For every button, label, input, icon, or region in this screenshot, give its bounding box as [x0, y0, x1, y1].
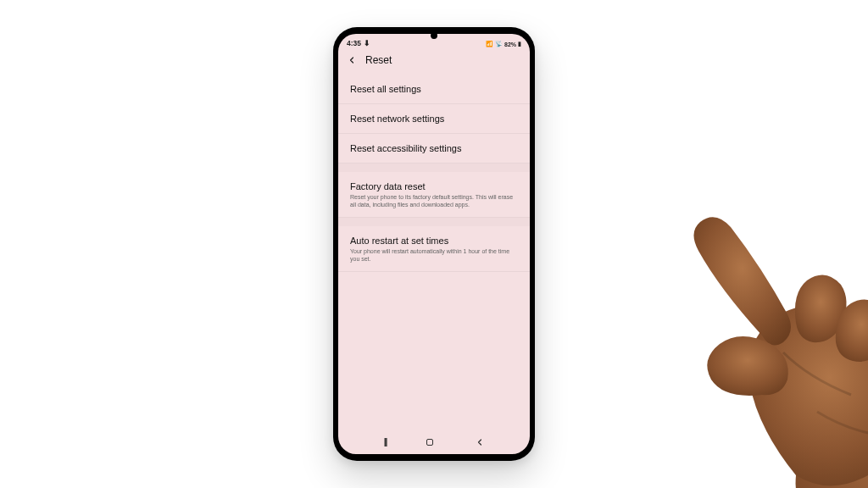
battery-icon: ▮	[518, 41, 521, 47]
camera-punch	[431, 32, 437, 39]
section-divider	[338, 164, 530, 172]
item-reset-all-settings[interactable]: Reset all settings	[338, 75, 530, 104]
settings-list: Reset all settings Reset network setting…	[338, 75, 530, 430]
svg-rect-0	[427, 440, 433, 446]
page-title: Reset	[365, 54, 392, 66]
nav-back-icon[interactable]	[475, 437, 485, 447]
screen: 4:35 ⬇ 📶 📡 82% ▮ Reset Reset all setting…	[338, 34, 530, 454]
battery-percent: 82%	[504, 42, 516, 47]
nav-home-icon[interactable]	[425, 437, 435, 447]
page-header: Reset	[338, 49, 530, 75]
item-title: Reset all settings	[350, 84, 518, 94]
item-title: Reset accessibility settings	[350, 143, 518, 153]
section-divider	[338, 218, 530, 226]
item-reset-accessibility-settings[interactable]: Reset accessibility settings	[338, 134, 530, 164]
navigation-bar: III	[338, 430, 530, 454]
item-title: Reset network settings	[350, 114, 518, 124]
back-icon[interactable]	[347, 55, 357, 65]
nav-recents-icon[interactable]: III	[383, 435, 386, 449]
item-reset-network-settings[interactable]: Reset network settings	[338, 104, 530, 134]
phone-frame: 4:35 ⬇ 📶 📡 82% ▮ Reset Reset all setting…	[333, 27, 535, 461]
status-time: 4:35	[347, 39, 361, 47]
signal-icon: 📡	[495, 41, 503, 47]
hand-pointing	[597, 141, 868, 488]
item-auto-restart[interactable]: Auto restart at set times Your phone wil…	[338, 226, 530, 272]
item-subtitle: Your phone will restart automatically wi…	[350, 247, 518, 263]
wifi-icon: 📶	[486, 41, 493, 47]
item-subtitle: Reset your phone to its factory default …	[350, 193, 518, 209]
status-indicator-icon: ⬇	[364, 39, 370, 47]
item-title: Auto restart at set times	[350, 236, 518, 246]
item-factory-data-reset[interactable]: Factory data reset Reset your phone to i…	[338, 172, 530, 218]
item-title: Factory data reset	[350, 181, 518, 191]
